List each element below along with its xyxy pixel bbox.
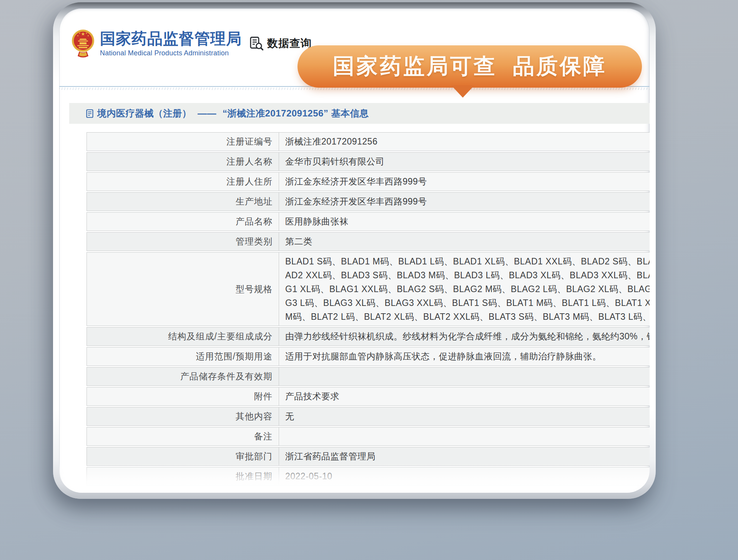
nav-data-query-label: 数据查询 — [267, 36, 312, 51]
row-label: 批准日期 — [87, 467, 279, 485]
row-label: 管理类别 — [87, 233, 279, 251]
breadcrumb: 境内医疗器械（注册） —— “浙械注准20172091256” 基本信息 — [69, 103, 650, 124]
row-label: 产品名称 — [87, 213, 279, 231]
table-row: 注册人名称 金华市贝莉针织有限公司 — [86, 152, 650, 171]
table-row: 结构及组成/主要组成成分 由弹力纱线经针织袜机织成。纱线材料为化学合成纤维，成分… — [86, 327, 650, 346]
row-value: 适用于对抗腿部血管内静脉高压状态，促进静脉血液回流，辅助治疗静脉曲张。 — [279, 347, 650, 366]
header-divider-hatch — [59, 88, 650, 90]
row-value: 浙江金东经济开发区华丰西路999号 — [279, 173, 650, 191]
row-value — [279, 367, 650, 386]
breadcrumb-separator: —— — [198, 108, 216, 119]
nav-data-query[interactable]: 数据查询 — [249, 36, 312, 51]
registration-table: 注册证编号 浙械注准20172091256 注册人名称 金华市贝莉针织有限公司 … — [86, 132, 650, 487]
row-value: 医用静脉曲张袜 — [279, 213, 650, 231]
row-label: 备注 — [87, 427, 279, 445]
nmpa-page: 国家药品监督管理局 National Medical Products Admi… — [59, 8, 650, 493]
table-row: 批准日期 2022-05-10 — [86, 467, 650, 486]
table-row: 注册人住所 浙江金东经济开发区华丰西路999号 — [86, 172, 650, 191]
table-row: 产品名称 医用静脉曲张袜 — [86, 212, 650, 231]
nmpa-window-frame: 国家药品监督管理局 National Medical Products Admi… — [53, 2, 656, 499]
table-row: 型号规格 BLAD1 S码、BLAD1 M码、BLAD1 L码、BLAD1 XL… — [86, 252, 650, 326]
table-row: 产品储存条件及有效期 — [86, 367, 650, 386]
row-value: 金华市贝莉针织有限公司 — [279, 153, 650, 171]
row-label: 注册人住所 — [87, 173, 279, 191]
row-value: 产品技术要求 — [279, 387, 650, 405]
row-value: 由弹力纱线经针织袜机织成。纱线材料为化学合成纤维，成分为氨纶和锦纶，氨纶约30%… — [279, 327, 650, 346]
table-row: 注册证编号 浙械注准20172091256 — [86, 132, 650, 151]
row-value: 浙械注准20172091256 — [279, 133, 650, 151]
row-value: 无 — [279, 407, 650, 425]
site-title: 国家药品监督管理局 — [100, 30, 242, 47]
table-row: 适用范围/预期用途 适用于对抗腿部血管内静脉高压状态，促进静脉血液回流，辅助治疗… — [86, 347, 650, 366]
row-label: 其他内容 — [87, 407, 279, 425]
row-label: 注册证编号 — [87, 133, 279, 151]
table-row: 审批部门 浙江省药品监督管理局 — [86, 447, 650, 466]
row-label: 注册人名称 — [87, 153, 279, 171]
row-label: 附件 — [87, 387, 279, 405]
breadcrumb-section: 境内医疗器械（注册） — [97, 107, 191, 120]
promo-badge: 国家药监局可查 品质保障 — [298, 45, 642, 88]
table-row: 备注 — [86, 427, 650, 446]
row-label: 产品储存条件及有效期 — [87, 367, 279, 386]
document-icon — [86, 109, 93, 118]
row-value: BLAD1 S码、BLAD1 M码、BLAD1 L码、BLAD1 XL码、BLA… — [279, 253, 650, 326]
row-value: 浙江省药品监督管理局 — [279, 447, 650, 465]
row-value: 第二类 — [279, 233, 650, 251]
row-value: 浙江金东经济开发区华丰西路999号 — [279, 193, 650, 211]
row-label: 审批部门 — [87, 447, 279, 465]
site-title-block: 国家药品监督管理局 National Medical Products Admi… — [100, 28, 242, 57]
promo-badge-tail — [451, 85, 474, 98]
table-row: 生产地址 浙江金东经济开发区华丰西路999号 — [86, 192, 650, 211]
site-subtitle: National Medical Products Administration — [100, 49, 242, 57]
row-label: 适用范围/预期用途 — [87, 347, 279, 366]
table-row: 其他内容 无 — [86, 407, 650, 426]
row-label: 生产地址 — [87, 193, 279, 211]
promo-badge-text: 国家药监局可查 品质保障 — [333, 52, 607, 81]
table-row: 管理类别 第二类 — [86, 232, 650, 251]
nmpa-emblem-logo — [71, 28, 95, 60]
page-background: 国家药品监督管理局 National Medical Products Admi… — [0, 0, 738, 560]
site-header: 国家药品监督管理局 National Medical Products Admi… — [71, 28, 242, 62]
row-value: 2022-05-10 — [279, 467, 650, 485]
data-query-icon — [249, 36, 264, 51]
breadcrumb-detail: “浙械注准20172091256” 基本信息 — [223, 107, 369, 120]
row-value — [279, 427, 650, 445]
row-label: 结构及组成/主要组成成分 — [87, 327, 279, 346]
table-row: 附件 产品技术要求 — [86, 387, 650, 406]
row-label: 型号规格 — [87, 253, 279, 326]
